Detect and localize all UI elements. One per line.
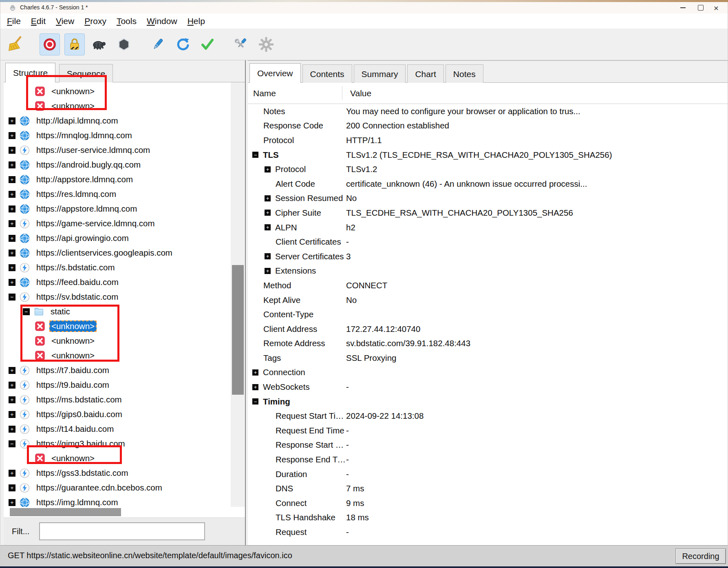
menu-window[interactable]: Window (147, 16, 177, 26)
tab-summary[interactable]: Summary (354, 64, 406, 83)
expand-plus-icon[interactable]: + (9, 411, 15, 418)
expand-plus-icon[interactable]: + (9, 250, 15, 256)
tree-row[interactable]: +https://t14.baidu.com (4, 422, 245, 436)
tree-row[interactable]: +https://gips0.baidu.com (4, 407, 245, 422)
recording-button[interactable]: Recording (675, 548, 726, 564)
tools-button[interactable] (231, 34, 250, 55)
compose-button[interactable] (148, 34, 168, 55)
tree-row[interactable]: +https://android.bugly.qq.com (4, 157, 245, 172)
collapse-minus-icon[interactable]: − (252, 398, 258, 404)
expand-plus-icon[interactable]: + (9, 161, 15, 168)
tree-row[interactable]: <unknown> (4, 99, 245, 113)
tree-row[interactable]: <unknown> (4, 451, 245, 466)
expand-plus-icon[interactable]: + (265, 253, 271, 259)
tree-row[interactable]: +https://res.ldmnq.com (4, 187, 245, 201)
repeat-button[interactable] (173, 34, 192, 55)
expand-plus-icon[interactable]: + (9, 191, 15, 198)
expand-plus-icon[interactable]: + (9, 426, 15, 433)
expand-plus-icon[interactable]: + (9, 235, 15, 242)
tab-chart[interactable]: Chart (407, 64, 443, 83)
tab-contents[interactable]: Contents (302, 64, 352, 83)
clear-session-button[interactable] (6, 34, 26, 55)
expand-plus-icon[interactable]: + (9, 206, 15, 212)
record-button[interactable] (40, 33, 60, 55)
collapse-minus-icon[interactable]: − (9, 440, 15, 447)
tree-rows: <unknown><unknown>+http://ldapi.ldmnq.co… (4, 82, 245, 507)
tree-row[interactable]: −static (4, 304, 245, 319)
menu-help[interactable]: Help (188, 16, 205, 26)
menu-file[interactable]: File (7, 16, 21, 26)
expand-plus-icon[interactable]: + (265, 268, 271, 274)
tree-row[interactable]: +https://mnqlog.ldmnq.com (4, 128, 245, 143)
tree-row[interactable]: +https://t7.baidu.com (4, 363, 245, 378)
column-separator[interactable] (342, 86, 342, 100)
expand-plus-icon[interactable]: + (9, 470, 15, 477)
tree-row[interactable]: +http://ldapi.ldmnq.com (4, 113, 245, 128)
tree-row[interactable]: <unknown> (4, 348, 245, 363)
expand-plus-icon[interactable]: + (9, 132, 15, 139)
tree-row[interactable]: +https://user-service.ldmnq.com (4, 143, 245, 157)
tree-row[interactable]: +https://img.ldmnq.com (4, 495, 245, 507)
tab-structure[interactable]: Structure (5, 63, 55, 82)
collapse-minus-icon[interactable]: − (9, 294, 15, 301)
tree-row[interactable]: +https://t9.baidu.com (4, 378, 245, 392)
expand-plus-icon[interactable]: + (9, 220, 15, 227)
minimize-button[interactable] (674, 2, 692, 13)
tree-row[interactable]: +https://api.growingio.com (4, 231, 245, 245)
expand-plus-icon[interactable]: + (9, 147, 15, 154)
expand-plus-icon[interactable]: + (265, 210, 271, 216)
panel-splitter[interactable] (245, 60, 248, 545)
expand-plus-icon[interactable]: + (9, 279, 15, 286)
tree-row[interactable]: +https://ms.bdstatic.com (4, 392, 245, 407)
tree-vertical-scrollbar-thumb[interactable] (232, 265, 244, 395)
table-row: +Connection (248, 365, 728, 380)
expand-plus-icon[interactable]: + (252, 369, 258, 376)
tree-row[interactable]: +https://clientservices.googleapis.com (4, 245, 245, 260)
breakpoints-button[interactable] (114, 34, 134, 55)
tree-row[interactable]: <unknown> (4, 319, 245, 334)
menu-proxy[interactable]: Proxy (84, 16, 106, 26)
tree-row[interactable]: +https://feed.baidu.com (4, 275, 245, 290)
settings-button[interactable] (256, 34, 276, 55)
menu-edit[interactable]: Edit (31, 16, 46, 26)
tree-horizontal-scrollbar[interactable] (4, 507, 245, 517)
throttle-button[interactable] (89, 34, 109, 55)
expand-plus-icon[interactable]: + (9, 382, 15, 389)
expand-plus-icon[interactable]: + (9, 117, 15, 124)
table-cell-value: - (346, 455, 728, 464)
menu-view[interactable]: View (56, 16, 74, 26)
tab-sequence[interactable]: Sequence (59, 64, 113, 83)
expand-plus-icon[interactable]: + (252, 384, 258, 390)
expand-plus-icon[interactable]: + (265, 166, 271, 172)
validate-button[interactable] (198, 34, 217, 55)
tree-row[interactable]: +https://guarantee.cdn.bcebos.com (4, 480, 245, 495)
tree-row[interactable]: +https://game-service.ldmnq.com (4, 216, 245, 231)
expand-plus-icon[interactable]: + (9, 484, 15, 491)
collapse-minus-icon[interactable]: − (252, 152, 258, 158)
tab-overview[interactable]: Overview (249, 63, 301, 83)
tree-row[interactable]: +https://s.bdstatic.com (4, 260, 245, 275)
menu-tools[interactable]: Tools (117, 16, 137, 26)
expand-plus-icon[interactable]: + (9, 367, 15, 374)
tree-row[interactable]: −https://gimg3.baidu.com (4, 436, 245, 451)
tree-vertical-scrollbar[interactable] (231, 82, 245, 507)
expand-plus-icon[interactable]: + (265, 224, 271, 230)
tree-row[interactable]: <unknown> (4, 334, 245, 348)
expand-plus-icon[interactable]: + (9, 176, 15, 183)
tree-row[interactable]: −https://sv.bdstatic.com (4, 290, 245, 304)
expand-plus-icon[interactable]: + (265, 195, 271, 201)
tree-row[interactable]: <unknown> (4, 84, 245, 99)
tree-row[interactable]: +https://appstore.ldmnq.com (4, 201, 245, 216)
close-button[interactable]: × (707, 2, 725, 13)
tree-row[interactable]: +http://appstore.ldmnq.com (4, 172, 245, 187)
table-row: +ALPNh2 (248, 220, 728, 235)
expand-plus-icon[interactable]: + (9, 264, 15, 271)
filter-input[interactable] (39, 522, 205, 540)
tree-horizontal-scrollbar-thumb[interactable] (10, 508, 121, 516)
tab-notes[interactable]: Notes (446, 64, 483, 83)
ssl-proxying-button[interactable] (64, 33, 85, 55)
expand-plus-icon[interactable]: + (9, 499, 15, 506)
expand-plus-icon[interactable]: + (9, 396, 15, 403)
tree-row[interactable]: +https://gss3.bdstatic.com (4, 466, 245, 480)
collapse-minus-icon[interactable]: − (23, 308, 30, 315)
